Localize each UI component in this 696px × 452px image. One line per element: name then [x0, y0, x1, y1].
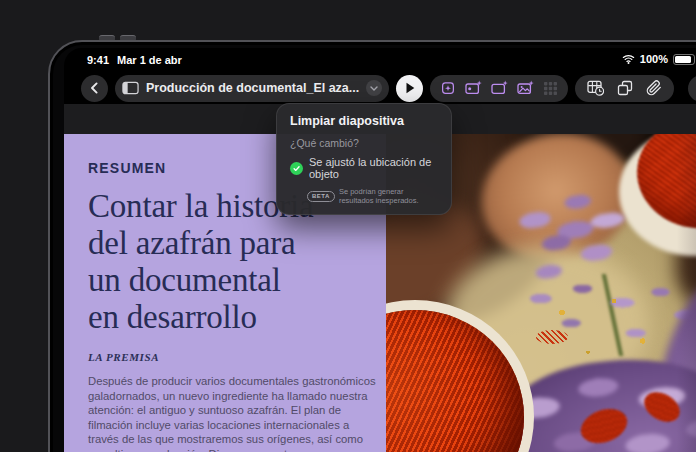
- chevron-down-icon: [370, 86, 378, 91]
- new-slide-ai-icon[interactable]: [491, 80, 508, 96]
- chevron-left-icon: [89, 82, 100, 94]
- light-table-icon-disabled: [543, 81, 558, 96]
- slide-subheading[interactable]: LA PREMISA: [88, 351, 386, 363]
- slide-body-text[interactable]: Después de producir varios documentales …: [88, 374, 376, 452]
- title-menu-button[interactable]: [366, 80, 382, 96]
- keynote-toolbar: Producción de documental_El aza...: [64, 72, 696, 104]
- slide-navigator-icon: [122, 81, 139, 95]
- scene: 9:41 Mar 1 de abr 100%: [0, 0, 696, 452]
- popover-change-item: Se ajustó la ubicación de objeto: [309, 156, 438, 180]
- ai-tools-group: [430, 75, 568, 102]
- beta-badge: BETA: [307, 191, 335, 202]
- wifi-icon: [622, 54, 635, 64]
- play-button[interactable]: [396, 75, 423, 102]
- replace-slide-ai-icon[interactable]: [465, 80, 482, 96]
- back-button[interactable]: [81, 75, 108, 102]
- clean-slide-popover: Limpiar diapositiva ¿Qué cambió? Se ajus…: [276, 103, 452, 215]
- document-title: Producción de documental_El aza...: [146, 81, 359, 95]
- ipad-screen: 9:41 Mar 1 de abr 100%: [64, 48, 696, 452]
- popover-title: Limpiar diapositiva: [290, 114, 438, 128]
- battery-percent: 100%: [640, 53, 668, 65]
- markup-tools-group: [688, 75, 696, 102]
- insert-tools-group: [575, 75, 674, 102]
- insert-shape-icon[interactable]: [617, 80, 633, 96]
- clean-up-slide-icon[interactable]: [440, 80, 456, 96]
- play-icon: [405, 82, 415, 94]
- check-circle-icon: [290, 162, 303, 175]
- popover-question: ¿Qué cambió?: [290, 137, 438, 149]
- image-ai-icon[interactable]: [517, 80, 534, 96]
- status-bar: 9:41 Mar 1 de abr 100%: [64, 53, 696, 69]
- status-time: 9:41: [87, 54, 109, 66]
- beta-note: Se podrían generar resultados inesperado…: [339, 187, 438, 205]
- paperclip-icon[interactable]: [646, 80, 662, 96]
- battery-icon: [673, 54, 695, 65]
- status-date: Mar 1 de abr: [117, 54, 182, 66]
- insert-table-chart-icon[interactable]: [587, 80, 604, 96]
- document-title-button[interactable]: Producción de documental_El aza...: [115, 75, 389, 102]
